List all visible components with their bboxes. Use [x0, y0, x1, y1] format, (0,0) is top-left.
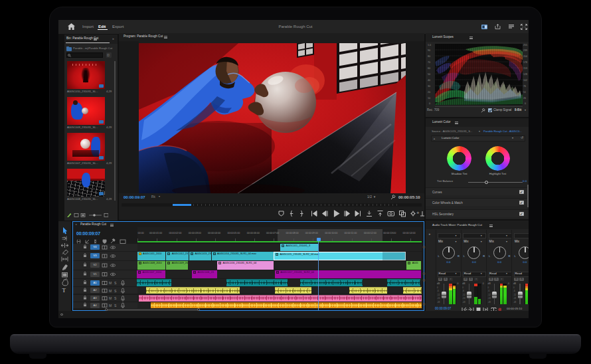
svg-text:80: 80 — [428, 55, 430, 58]
svg-text:0: 0 — [525, 102, 526, 105]
svg-text:M: M — [109, 281, 112, 285]
svg-text:255: 255 — [523, 44, 527, 46]
svg-text:90: 90 — [428, 49, 430, 52]
svg-text:40: 40 — [428, 79, 430, 82]
svg-text:10: 10 — [428, 97, 430, 100]
svg-text:128: 128 — [523, 73, 527, 76]
svg-text:20: 20 — [428, 91, 430, 94]
svg-text:T: T — [62, 287, 66, 294]
svg-text:0: 0 — [429, 102, 430, 105]
svg-text:76: 76 — [523, 85, 526, 88]
svg-text:1.0: 1.0 — [428, 44, 431, 46]
svg-text:26: 26 — [523, 97, 526, 100]
svg-text:S: S — [114, 281, 117, 285]
svg-text:178: 178 — [523, 61, 527, 64]
svg-text:60: 60 — [428, 67, 430, 70]
svg-text:51: 51 — [523, 91, 526, 94]
svg-text:204: 204 — [523, 55, 527, 58]
svg-text:102: 102 — [523, 79, 527, 82]
svg-text:30: 30 — [428, 85, 430, 88]
svg-text:50: 50 — [428, 73, 430, 76]
svg-text:153: 153 — [523, 67, 527, 70]
svg-text:239: 239 — [523, 49, 527, 52]
svg-text:70: 70 — [428, 61, 430, 64]
